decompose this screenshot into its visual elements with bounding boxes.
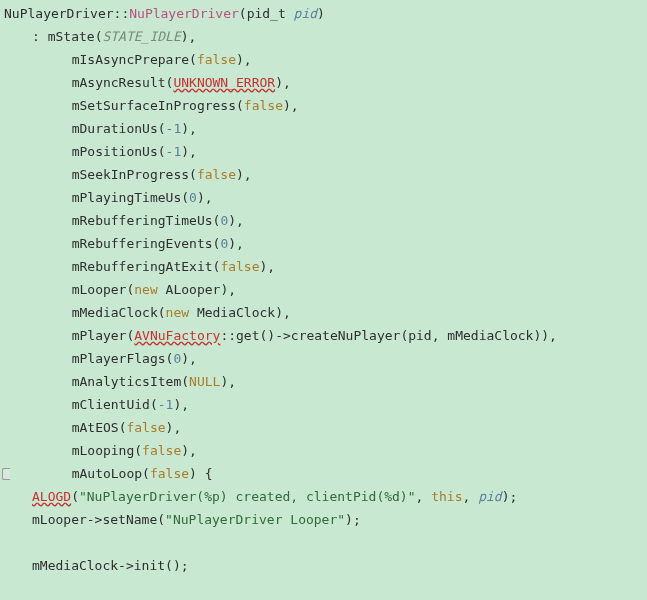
list-leader (56, 259, 72, 274)
open-paren: ( (134, 443, 142, 458)
number-literal: 0 (189, 190, 197, 205)
code-line[interactable]: mRebufferingTimeUs(0), (4, 209, 647, 232)
comma: , (189, 144, 197, 159)
member-initializer: mSeekInProgress (72, 167, 189, 182)
list-leader (56, 305, 72, 320)
code-line[interactable]: ALOGD("NuPlayerDriver(%p) created, clien… (4, 485, 647, 508)
code-line[interactable]: mLooping(false), (4, 439, 647, 462)
open-paren: ( (239, 6, 247, 21)
code-line[interactable]: mAtEOS(false), (4, 416, 647, 439)
code-line[interactable]: mRebufferingAtExit(false), (4, 255, 647, 278)
code-line[interactable]: mLooper->setName("NuPlayerDriver Looper"… (4, 508, 647, 531)
comma: , (236, 213, 244, 228)
constructor-name: NuPlayerDriver (129, 6, 239, 21)
code-line[interactable]: mSeekInProgress(false), (4, 163, 647, 186)
open-paren: ( (142, 466, 150, 481)
comma: , (189, 29, 197, 44)
code-line[interactable]: mPositionUs(-1), (4, 140, 647, 163)
member-initializer: mIsAsyncPrepare (72, 52, 189, 67)
comma: , (189, 443, 197, 458)
bool-literal: false (197, 167, 236, 182)
comma: , (267, 259, 275, 274)
identifier: MediaClock (189, 305, 275, 320)
code-line[interactable]: mDurationUs(-1), (4, 117, 647, 140)
statement-end: ); (502, 489, 518, 504)
gutter-override-icon[interactable] (2, 468, 10, 480)
member-initializer: mClientUid (72, 397, 150, 412)
close-paren: ) (236, 167, 244, 182)
close-paren: ) (275, 75, 283, 90)
identifier: ALooper (158, 282, 221, 297)
open-brace: { (197, 466, 213, 481)
code-line[interactable]: mPlayerFlags(0), (4, 347, 647, 370)
new-keyword: new (166, 305, 189, 320)
string-literal: "NuPlayerDriver Looper" (165, 512, 345, 527)
open-paren: ( (181, 190, 189, 205)
code-line[interactable]: mMediaClock->init(); (4, 554, 647, 577)
member-initializer: mAsyncResult (72, 75, 166, 90)
method-call: init (134, 558, 165, 573)
code-line[interactable]: mLooper(new ALooper), (4, 278, 647, 301)
null-literal: NULL (189, 374, 220, 389)
code-line[interactable] (4, 577, 647, 600)
code-line[interactable] (4, 531, 647, 554)
open-paren: ( (158, 144, 166, 159)
code-line[interactable]: mMediaClock(new MediaClock), (4, 301, 647, 324)
identifier: ::get()->createNuPlayer(pid, mMediaClock… (220, 328, 541, 343)
code-line[interactable]: NuPlayerDriver::NuPlayerDriver(pid_t pid… (4, 2, 647, 25)
list-leader (56, 121, 72, 136)
number-literal: -1 (158, 397, 174, 412)
param-name: pid (294, 6, 317, 21)
comma: , (236, 236, 244, 251)
member-initializer: mAutoLoop (72, 466, 142, 481)
code-line[interactable]: mRebufferingEvents(0), (4, 232, 647, 255)
comma: , (189, 121, 197, 136)
comma: , (244, 52, 252, 67)
comma: , (228, 282, 236, 297)
list-leader: : (32, 29, 48, 44)
number-literal: -1 (166, 144, 182, 159)
close-paren: ) (541, 328, 549, 343)
code-line[interactable]: mAnalyticsItem(NULL), (4, 370, 647, 393)
close-paren: ) (181, 443, 189, 458)
code-line[interactable]: mPlayer(AVNuFactory::get()->createNuPlay… (4, 324, 647, 347)
open-paren: ( (157, 512, 165, 527)
list-leader (56, 52, 72, 67)
open-paren: ( (236, 98, 244, 113)
comma: , (205, 190, 213, 205)
open-paren: ( (181, 374, 189, 389)
macro-call: ALOGD (32, 489, 71, 504)
close-paren: ) (181, 29, 189, 44)
member-initializer: mRebufferingAtExit (72, 259, 213, 274)
close-paren: ) (189, 466, 197, 481)
enum-value: STATE_IDLE (102, 29, 180, 44)
close-paren: ) (236, 52, 244, 67)
code-line[interactable]: mSetSurfaceInProgress(false), (4, 94, 647, 117)
member-initializer: mLooping (72, 443, 135, 458)
close-paren: ) (275, 305, 283, 320)
code-line[interactable]: mAsyncResult(UNKNOWN_ERROR), (4, 71, 647, 94)
list-leader (56, 75, 72, 90)
code-line[interactable]: mPlayingTimeUs(0), (4, 186, 647, 209)
code-line[interactable]: : mState(STATE_IDLE), (4, 25, 647, 48)
code-line[interactable]: mIsAsyncPrepare(false), (4, 48, 647, 71)
code-line[interactable]: mClientUid(-1), (4, 393, 647, 416)
list-leader (56, 374, 72, 389)
list-leader (56, 282, 72, 297)
close-paren: ) (181, 121, 189, 136)
list-leader (56, 420, 72, 435)
list-leader (56, 351, 72, 366)
list-leader (56, 144, 72, 159)
statement-end: ); (345, 512, 361, 527)
code-line[interactable]: mAutoLoop(false) { (4, 462, 647, 485)
list-leader (56, 236, 72, 251)
bool-literal: false (150, 466, 189, 481)
identifier: mMediaClock (32, 558, 118, 573)
open-paren: ( (150, 397, 158, 412)
list-leader (56, 397, 72, 412)
method-call: setName (102, 512, 157, 527)
code-editor[interactable]: NuPlayerDriver::NuPlayerDriver(pid_t pid… (4, 2, 647, 600)
comma: , (462, 489, 478, 504)
list-leader (56, 98, 72, 113)
this-keyword: this (431, 489, 462, 504)
